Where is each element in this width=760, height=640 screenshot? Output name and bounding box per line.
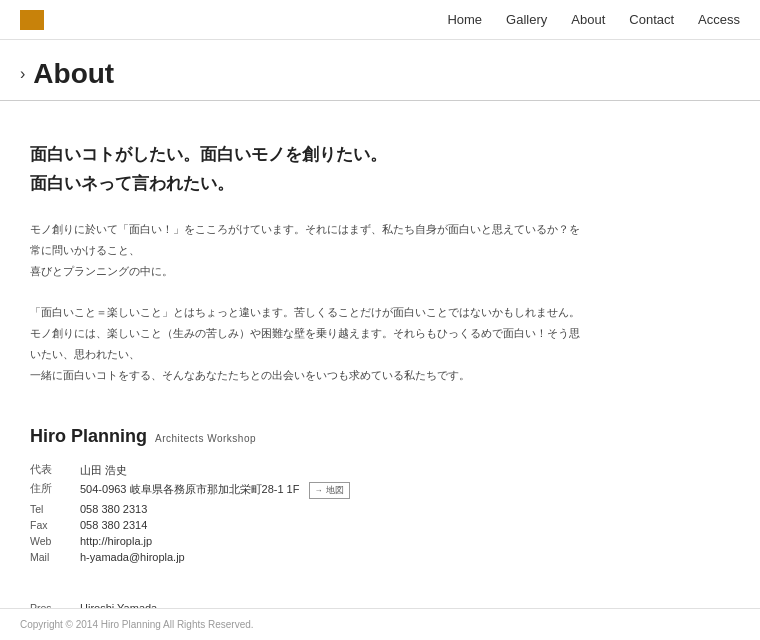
main-content: 面白いコトがしたい。面白いモノを創りたい。 面白いネって言われたい。 モノ創りに… xyxy=(0,101,760,640)
tagline-line1: 面白いコトがしたい。面白いモノを創りたい。 xyxy=(30,141,730,170)
main-nav: Home Gallery About Contact Access xyxy=(447,12,740,27)
divider xyxy=(30,589,730,590)
map-btn-label-ja: 地図 xyxy=(326,484,344,497)
site-logo xyxy=(20,10,44,30)
desc-line2: 喜びとプランニングの中に。 xyxy=(30,261,590,282)
desc-line5: 一緒に面白いコトをする、そんなあなたたちとの出会いをいつも求めている私たちです。 xyxy=(30,365,590,386)
company-info-ja: 代表 山田 浩史 住所 504-0963 岐阜県各務原市那加北栄町28-1 1F… xyxy=(30,461,350,565)
label-fax-ja: Fax xyxy=(30,517,80,533)
value-pres-ja: 山田 浩史 xyxy=(80,461,350,480)
label-web-ja: Web xyxy=(30,533,80,549)
tagline-line2: 面白いネって言われたい。 xyxy=(30,170,730,199)
value-tel-ja: 058 380 2313 xyxy=(80,501,350,517)
table-row: 住所 504-0963 岐阜県各務原市那加北栄町28-1 1F → 地図 xyxy=(30,480,350,501)
nav-home[interactable]: Home xyxy=(447,12,482,27)
nav-access[interactable]: Access xyxy=(698,12,740,27)
value-mail-ja[interactable]: h-yamada@hiropla.jp xyxy=(80,549,350,565)
value-add-ja: 504-0963 岐阜県各務原市那加北栄町28-1 1F → 地図 xyxy=(80,480,350,501)
table-row: Fax 058 380 2314 xyxy=(30,517,350,533)
page-title-section: › About xyxy=(0,40,760,101)
desc-line4: モノ創りには、楽しいこと（生みの苦しみ）や困難な壁を乗り越えます。それらもひっく… xyxy=(30,323,590,365)
table-row: Web http://hiropla.jp xyxy=(30,533,350,549)
table-row: Mail h-yamada@hiropla.jp xyxy=(30,549,350,565)
company-name-block: Hiro Planning Architects Workshop xyxy=(30,426,730,447)
tagline: 面白いコトがしたい。面白いモノを創りたい。 面白いネって言われたい。 xyxy=(30,141,730,199)
table-row: 代表 山田 浩史 xyxy=(30,461,350,480)
map-arrow-icon: → xyxy=(315,486,323,495)
map-button-ja[interactable]: → 地図 xyxy=(309,482,350,499)
about-description: モノ創りに於いて「面白い！」をこころがけています。それにはまず、私たち自身が面白… xyxy=(30,219,590,386)
label-tel-ja: Tel xyxy=(30,501,80,517)
desc-line1: モノ創りに於いて「面白い！」をこころがけています。それにはまず、私たち自身が面白… xyxy=(30,219,590,261)
value-fax-ja: 058 380 2314 xyxy=(80,517,350,533)
nav-contact[interactable]: Contact xyxy=(629,12,674,27)
site-footer: Copyright © 2014 Hiro Planning All Right… xyxy=(0,608,760,640)
breadcrumb-arrow: › xyxy=(20,65,25,83)
nav-gallery[interactable]: Gallery xyxy=(506,12,547,27)
label-pres-ja: 代表 xyxy=(30,461,80,480)
page-title: About xyxy=(33,58,114,90)
copyright-text: Copyright © 2014 Hiro Planning All Right… xyxy=(20,619,254,630)
table-row: Tel 058 380 2313 xyxy=(30,501,350,517)
company-name-sub: Architects Workshop xyxy=(155,433,256,444)
desc-line3: 「面白いこと＝楽しいこと」とはちょっと違います。苦しくることだけが面白いことでは… xyxy=(30,302,590,323)
value-web-ja[interactable]: http://hiropla.jp xyxy=(80,533,350,549)
label-mail-ja: Mail xyxy=(30,549,80,565)
company-name-main: Hiro Planning xyxy=(30,426,147,447)
site-header: Home Gallery About Contact Access xyxy=(0,0,760,40)
nav-about[interactable]: About xyxy=(571,12,605,27)
label-add-ja: 住所 xyxy=(30,480,80,501)
